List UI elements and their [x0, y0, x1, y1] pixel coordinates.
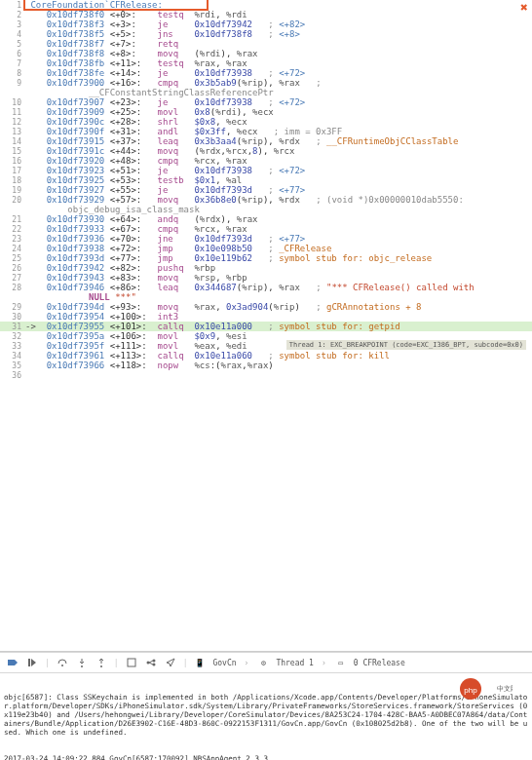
disasm-line[interactable]: 12 0x10df7390c <+28>: shrl $0x8, %ecx [0, 117, 532, 127]
disasm-line[interactable]: 2 0x10df738f0 <+0>: testq %rdi, %rdi [0, 10, 532, 19]
disasm-line[interactable]: 34 0x10df73961 <+113>: callq 0x10e11a060… [0, 351, 532, 361]
disasm-line[interactable]: 28 0x10df73946 <+86>: leaq 0x344687(%rip… [0, 283, 532, 292]
disasm-line[interactable]: __CFConstantStringClassReferencePtr [0, 88, 532, 97]
svg-point-2 [81, 665, 83, 667]
svg-point-1 [61, 665, 63, 666]
breadcrumb-app[interactable]: GovCn [212, 659, 236, 667]
disasm-line[interactable]: 30 0x10df73954 <+100>: int3 [0, 312, 532, 322]
disasm-line[interactable]: 22 0x10df73933 <+67>: cmpq %rcx, %rax [0, 224, 532, 234]
disasm-line[interactable]: 4 0x10df738f5 <+5>: jns 0x10df738f8 ; <+… [0, 29, 532, 39]
disasm-line[interactable]: 14 0x10df73915 <+37>: leaq 0x3b3aa4(%rip… [0, 136, 532, 146]
app-icon: 📱 [193, 656, 207, 669]
disasm-line[interactable]: 3 0x10df738f3 <+3>: je 0x10df73942 ; <+8… [0, 19, 532, 29]
disasm-line[interactable]: 20 0x10df73929 <+57>: movq 0x36b8e0(%rip… [0, 195, 532, 205]
svg-rect-4 [128, 659, 135, 666]
disasm-line[interactable]: 15 0x10df7391c <+44>: movq (%rdx,%rcx,8)… [0, 146, 532, 156]
disasm-line[interactable]: 13 0x10df7390f <+31>: andl $0x3ff, %ecx … [0, 127, 532, 136]
disasm-line[interactable]: 11 0x10df73909 <+25>: movl 0x8(%rdi), %e… [0, 107, 532, 117]
frame-icon: ▭ [334, 656, 348, 669]
disasm-line[interactable]: 8 0x10df738fe <+14>: je 0x10df73938 ; <+… [0, 68, 532, 78]
disasm-line[interactable]: 6 0x10df738f8 <+8>: movq (%rdi), %rax [0, 49, 532, 58]
memory-graph-button[interactable] [144, 656, 158, 669]
disasm-line[interactable]: 27 0x10df73943 <+83>: movq %rsp, %rbp [0, 273, 532, 283]
debug-view-button[interactable] [125, 656, 138, 669]
svg-rect-0 [28, 659, 30, 666]
chevron-right-icon: › [322, 659, 326, 667]
disassembly-area: ✖ 1 CoreFoundation`CFRelease: 2 0x10df73… [0, 0, 532, 651]
disasm-line[interactable]: 9 0x10df73900 <+16>: cmpq 0x3b5ab9(%rip)… [0, 78, 532, 88]
breadcrumb-thread[interactable]: Thread 1 [276, 659, 314, 667]
disasm-line[interactable]: 25 0x10df7393d <+77>: jmp 0x10e119b62 ; … [0, 253, 532, 263]
disasm-line[interactable]: 19 0x10df73927 <+55>: je 0x10df7393d ; <… [0, 185, 532, 195]
breadcrumb-frame[interactable]: 0 CFRelease [354, 659, 405, 667]
breakpoint-annotation: Thread 1: EXC_BREAKPOINT (code=EXC_I386_… [286, 340, 526, 350]
console-line: objc[6587]: Class SSKeychain is implemen… [4, 693, 528, 737]
step-into-button[interactable] [75, 656, 89, 669]
thread-icon: ⚙ [256, 656, 270, 669]
debug-toolbar: | | | 📱 GovCn › ⚙ Thread 1 › ▭ 0 CFRelea… [0, 652, 532, 673]
disasm-line[interactable]: 7 0x10df738fb <+11>: testq %rax, %rax [0, 58, 532, 68]
disasm-line[interactable]: 21 0x10df73930 <+64>: andq (%rdx), %rax [0, 214, 532, 224]
disasm-line[interactable]: 10 0x10df73907 <+23>: je 0x10df73938 ; <… [0, 97, 532, 107]
header-highlight-box [23, 0, 209, 11]
disasm-line[interactable]: 16 0x10df73920 <+48>: cmpq %rcx, %rax [0, 156, 532, 166]
svg-point-3 [100, 665, 102, 667]
location-button[interactable] [164, 656, 177, 669]
toggle-breakpoints-button[interactable] [6, 656, 19, 669]
disasm-line[interactable]: objc_debug_isa_class_mask [0, 205, 532, 214]
continue-button[interactable] [25, 656, 39, 669]
disasm-line[interactable]: 17 0x10df73923 <+51>: je 0x10df73938 ; <… [0, 166, 532, 175]
step-over-button[interactable] [56, 656, 69, 669]
disasm-line[interactable]: 23 0x10df73936 <+70>: jne 0x10df7393d ; … [0, 234, 532, 244]
chevron-right-icon: › [245, 659, 249, 667]
disasm-line[interactable]: 36 [0, 370, 532, 380]
disasm-line[interactable]: 26 0x10df73942 <+82>: pushq %rbp [0, 263, 532, 273]
disasm-line[interactable]: 29 0x10df7394d <+93>: movq %rax, 0x3ad90… [0, 302, 532, 312]
disasm-line[interactable]: 18 0x10df73925 <+53>: testb $0x1, %al [0, 175, 532, 185]
disasm-line[interactable]: 24 0x10df73938 <+72>: jmp 0x10e098b50 ; … [0, 244, 532, 253]
disasm-line[interactable]: 5 0x10df738f7 <+7>: retq [0, 39, 532, 49]
step-out-button[interactable] [95, 656, 108, 669]
console-line: 2017-03-24 14:09:22.884 GovCn[6587:17009… [4, 754, 528, 760]
disasm-line[interactable]: 35 0x10df73966 <+118>: nopw %cs:(%rax,%r… [0, 361, 532, 370]
disasm-line[interactable]: 31-> 0x10df73955 <+101>: callq 0x10e11a0… [0, 322, 532, 331]
debug-console[interactable]: objc[6587]: Class SSKeychain is implemen… [0, 673, 532, 760]
disasm-line[interactable]: NULL ***" [0, 292, 532, 302]
